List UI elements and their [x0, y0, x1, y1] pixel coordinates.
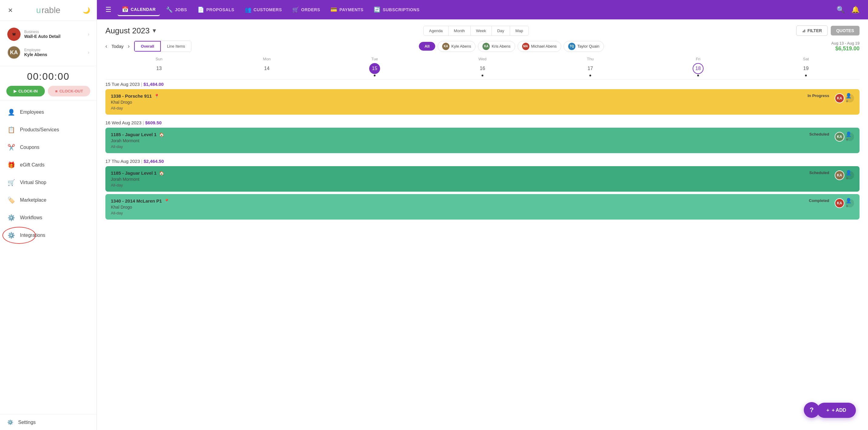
event-customer-1338: Khal Drogo — [111, 100, 854, 105]
week-view-button[interactable]: Week — [471, 26, 492, 35]
event-card-1185[interactable]: 1185 - Jaguar Level 1 🏠 Jorah Mormont Al… — [105, 128, 860, 153]
sidebar-item-products[interactable]: 📋 Products/Services — [0, 121, 97, 139]
calendar-nav-icon: 📅 — [122, 6, 129, 13]
event-avatars-1340: KA 👤+ — [835, 198, 854, 208]
week-day-num-16[interactable]: 16 — [477, 63, 488, 74]
week-day-num-18[interactable]: 18 — [693, 63, 704, 74]
date-label-aug15: 15 Tue Aug 2023 — [105, 82, 140, 87]
today-button[interactable]: Today — [112, 44, 124, 49]
sidebar-item-marketplace[interactable]: 🏷️ Marketplace — [0, 191, 97, 209]
event-avatars-1185b: KA 👤+ — [835, 170, 854, 180]
people-filter-group: All KA Kyle Abens KA Kris Abens MA Micha… — [419, 41, 604, 52]
week-day-header-tue: Tue — [371, 55, 378, 63]
tab-overall[interactable]: Overall — [134, 41, 161, 52]
add-event-button[interactable]: + + ADD — [817, 403, 856, 418]
topnav-jobs[interactable]: 🔧 JOBS — [162, 4, 191, 16]
date-section-aug15: 15 Tue Aug 2023 | $1,484.00 1338 - Porsc… — [105, 82, 860, 115]
topnav-orders[interactable]: 🛒 ORDERS — [288, 4, 324, 16]
event-customer-1185: Jorah Mormont — [111, 138, 854, 143]
agenda-view-button[interactable]: Agenda — [424, 26, 448, 35]
sidebar-item-coupons[interactable]: ✂️ Coupons — [0, 139, 97, 156]
event-card-1340[interactable]: 1340 - 2014 McLaren P1 📍 Khal Drogo All-… — [105, 194, 860, 220]
week-day-dot-19 — [805, 75, 807, 77]
timer-section: 00:00:00 ▶ CLOCK-IN ■ CLOCK-OUT — [0, 66, 97, 101]
filter-kyle-button[interactable]: KA Kyle Abens — [438, 41, 475, 52]
prev-period-button[interactable]: ‹ — [105, 43, 107, 50]
location-icon-1338: 📍 — [154, 94, 159, 98]
topnav-proposals-label: PROPOSALS — [206, 7, 234, 12]
filter-kris-button[interactable]: KA Kris Abens — [478, 41, 515, 52]
sidebar-item-settings[interactable]: ⚙️ Settings — [0, 414, 97, 430]
add-person-icon-1185b[interactable]: 👤+ — [845, 171, 854, 179]
employee-account-row[interactable]: KA Employee Kyle Abens › — [5, 44, 91, 62]
clock-buttons: ▶ CLOCK-IN ■ CLOCK-OUT — [5, 86, 91, 96]
topnav-payments[interactable]: 💳 PAYMENTS — [326, 4, 368, 16]
clock-in-button[interactable]: ▶ CLOCK-IN — [6, 86, 45, 96]
sidebar-item-egift[interactable]: 🎁 eGift Cards — [0, 156, 97, 174]
week-day-num-15[interactable]: 15 — [369, 63, 380, 74]
logo-text: rable — [41, 5, 60, 15]
taylor-avatar: TQ — [568, 43, 576, 50]
month-dropdown-button[interactable]: ▾ — [153, 27, 156, 35]
close-icon[interactable]: ✕ — [6, 6, 14, 15]
payments-nav-icon: 💳 — [331, 6, 337, 13]
topnav-subscriptions-label: SUBSCRIPTIONS — [383, 7, 420, 12]
sidebar-item-workflows[interactable]: ⚙️ Workflows — [0, 209, 97, 227]
business-name: Wall-E Auto Detail — [24, 34, 84, 39]
clock-in-label: CLOCK-IN — [19, 89, 38, 93]
michael-avatar: MA — [522, 43, 529, 50]
next-period-button[interactable]: › — [128, 43, 130, 50]
topnav-subscriptions[interactable]: 🔄 SUBSCRIPTIONS — [370, 4, 424, 16]
calendar-tab-group: Overall Line Items — [134, 40, 191, 52]
business-account-row[interactable]: W Business Wall-E Auto Detail › — [5, 25, 91, 44]
calendar-sub-header: ‹ Today › Overall Line Items All KA Kyle… — [105, 40, 860, 52]
add-person-icon-1185[interactable]: 👤+ — [845, 133, 854, 141]
filter-taylor-button[interactable]: TQ Taylor Quain — [564, 41, 604, 52]
day-view-button[interactable]: Day — [492, 26, 510, 35]
week-day-num-19[interactable]: 19 — [801, 63, 811, 74]
date-header-aug17: 17 Thu Aug 2023 | $2,464.50 — [105, 159, 860, 164]
map-view-button[interactable]: Map — [510, 26, 528, 35]
quotes-button[interactable]: QUOTES — [831, 26, 860, 35]
month-view-button[interactable]: Month — [448, 26, 471, 35]
sidebar-integrations-label: Integrations — [20, 233, 45, 238]
integrations-icon: ⚙️ — [7, 231, 15, 239]
week-day-header-fri: Fri — [696, 55, 700, 63]
hamburger-menu-button[interactable]: ☰ — [103, 3, 114, 16]
week-day-num-14[interactable]: 14 — [261, 63, 272, 74]
week-col-mon: Mon 14 — [213, 55, 320, 77]
sidebar-item-virtualshop[interactable]: 🛒 Virtual Shop — [0, 174, 97, 191]
week-day-dot-15 — [374, 75, 376, 77]
search-button[interactable]: 🔍 — [834, 3, 847, 16]
moon-icon[interactable]: 🌙 — [82, 6, 91, 15]
topnav-proposals[interactable]: 📄 PROPOSALS — [193, 4, 239, 16]
week-day-num-13[interactable]: 13 — [154, 63, 164, 74]
event-status-1338: In Progress — [807, 93, 829, 98]
event-card-1338[interactable]: 1338 - Porsche 911 📍 Khal Drogo All-day … — [105, 89, 860, 115]
sidebar-item-integrations[interactable]: ⚙️ Integrations — [0, 227, 97, 244]
taylor-name: Taylor Quain — [577, 44, 599, 49]
topnav-calendar[interactable]: 📅 CALENDAR — [118, 4, 160, 16]
week-day-header-sun: Sun — [155, 55, 162, 63]
quotes-label: QUOTES — [836, 28, 854, 33]
sidebar-virtualshop-label: Virtual Shop — [20, 180, 46, 185]
event-card-1185b[interactable]: 1185 - Jaguar Level 1 🏠 Jorah Mormont Al… — [105, 166, 860, 192]
topnav-customers[interactable]: 👥 CUSTOMERS — [241, 4, 286, 16]
filter-michael-button[interactable]: MA Michael Abens — [518, 41, 561, 52]
calendar-area: August 2023 ▾ Agenda Month Week Day Map … — [97, 20, 868, 430]
employees-icon: 👤 — [7, 108, 15, 116]
add-person-icon-1338[interactable]: 👤+ — [845, 94, 854, 103]
add-person-icon-1340[interactable]: 👤+ — [845, 199, 854, 207]
calendar-view-buttons: Agenda Month Week Day Map — [424, 26, 529, 36]
sidebar-item-employees[interactable]: 👤 Employees — [0, 104, 97, 121]
week-day-num-17[interactable]: 17 — [585, 63, 596, 74]
customers-nav-icon: 👥 — [245, 6, 252, 13]
calendar-action-buttons: ⊿ FILTER QUOTES — [796, 26, 860, 36]
filter-button[interactable]: ⊿ FILTER — [796, 26, 828, 36]
filter-all-button[interactable]: All — [419, 42, 435, 51]
date-range-text: Aug 13 - Aug 19 — [831, 41, 860, 46]
clock-out-button[interactable]: ■ CLOCK-OUT — [48, 86, 90, 96]
tab-line-items[interactable]: Line Items — [161, 41, 191, 52]
sidebar-employees-label: Employees — [20, 110, 44, 115]
notifications-button[interactable]: 🔔 — [849, 3, 862, 16]
